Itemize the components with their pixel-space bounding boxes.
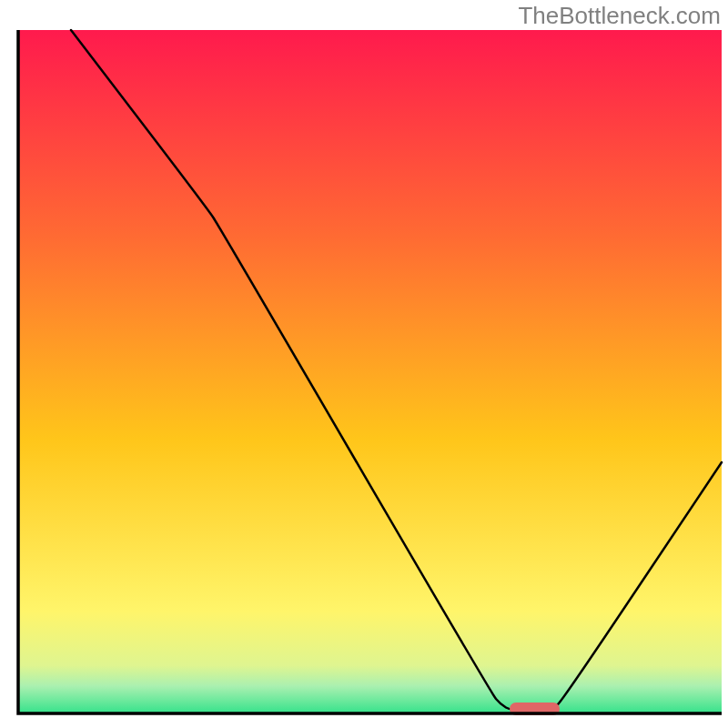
bottleneck-chart: TheBottleneck.com xyxy=(0,0,728,728)
chart-background xyxy=(18,30,722,713)
chart-svg xyxy=(0,0,728,728)
watermark-text: TheBottleneck.com xyxy=(518,2,721,30)
